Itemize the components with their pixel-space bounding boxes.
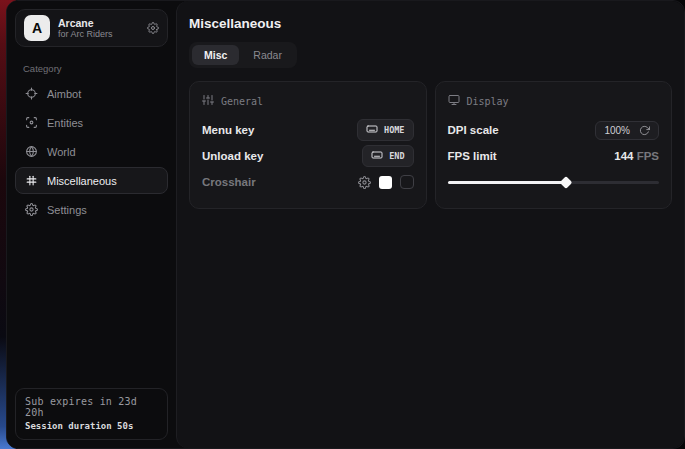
unload-key-value: END — [389, 151, 404, 161]
arcane-app-window: A Arcane for Arc Riders Category Aimbot — [6, 0, 685, 449]
display-card: Display DPI scale 100% FPS limit 144 FPS — [435, 81, 673, 209]
sidebar-item-label: Aimbot — [47, 88, 81, 100]
dpi-scale-select[interactable]: 100% — [595, 121, 659, 140]
dpi-scale-row: DPI scale 100% — [448, 118, 660, 142]
keyboard-icon — [366, 123, 378, 137]
sidebar-item-entities[interactable]: Entities — [15, 109, 168, 136]
refresh-icon — [639, 125, 650, 136]
category-label: Category — [23, 63, 168, 74]
dpi-scale-label: DPI scale — [448, 124, 499, 136]
crosshair-settings-gear-icon[interactable] — [358, 176, 371, 189]
unload-key-bind-button[interactable]: END — [362, 145, 413, 167]
sidebar-spacer — [15, 223, 168, 388]
sidebar-item-miscellaneous[interactable]: Miscellaneous — [15, 167, 168, 194]
unload-key-label: Unload key — [202, 150, 263, 162]
sub-expiry-text: Sub expires in 23d 20h — [25, 396, 158, 418]
gear-icon[interactable] — [147, 22, 159, 34]
app-logo: A — [24, 15, 50, 41]
sidebar-item-world[interactable]: World — [15, 138, 168, 165]
sidebar-nav: Aimbot Entities World Miscellaneous — [15, 80, 168, 223]
fps-limit-label: FPS limit — [448, 150, 497, 162]
crosshair-label: Crosshair — [202, 176, 256, 188]
fps-unit: FPS — [637, 150, 659, 162]
sidebar: A Arcane for Arc Riders Category Aimbot — [7, 1, 176, 448]
tabbar: Misc Radar — [189, 42, 297, 68]
sidebar-item-label: Miscellaneous — [47, 175, 117, 187]
brand-card: A Arcane for Arc Riders — [15, 9, 168, 47]
unload-key-row: Unload key END — [202, 144, 414, 168]
crosshair-controls — [358, 175, 414, 189]
sidebar-item-label: Entities — [47, 117, 83, 129]
general-card: General Menu key HOME Unload key — [189, 81, 427, 209]
subscription-info-card: Sub expires in 23d 20h Session duration … — [15, 388, 168, 440]
general-card-title: General — [221, 96, 263, 107]
sidebar-item-label: World — [47, 146, 76, 158]
crosshair-color-swatch[interactable] — [379, 176, 392, 189]
fps-slider-thumb[interactable] — [560, 176, 573, 189]
globe-icon — [25, 145, 38, 158]
tab-misc[interactable]: Misc — [192, 45, 239, 65]
sliders-icon — [202, 94, 214, 108]
crosshair-enable-checkbox[interactable] — [400, 175, 414, 189]
brand-text: Arcane for Arc Riders — [58, 17, 139, 39]
fps-slider-fill — [448, 181, 566, 184]
menu-key-bind-button[interactable]: HOME — [357, 119, 413, 141]
crosshair-icon — [25, 87, 38, 100]
fps-limit-value: 144 FPS — [614, 150, 659, 162]
sidebar-item-settings[interactable]: Settings — [15, 196, 168, 223]
fps-limit-row: FPS limit 144 FPS — [448, 144, 660, 168]
session-duration-text: Session duration 50s — [25, 421, 158, 431]
fps-limit-slider[interactable] — [448, 176, 660, 188]
display-card-header: Display — [448, 94, 660, 108]
monitor-icon — [448, 94, 460, 108]
display-card-title: Display — [467, 96, 509, 107]
crosshair-row: Crosshair — [202, 170, 414, 194]
dpi-scale-value: 100% — [604, 125, 630, 136]
sidebar-item-label: Settings — [47, 204, 87, 216]
fps-number: 144 — [614, 150, 633, 162]
hash-grid-icon — [25, 174, 38, 187]
menu-key-row: Menu key HOME — [202, 118, 414, 142]
app-title: Arcane — [58, 17, 139, 29]
menu-key-label: Menu key — [202, 124, 254, 136]
general-card-header: General — [202, 94, 414, 108]
tab-radar[interactable]: Radar — [241, 45, 294, 65]
scan-icon — [25, 116, 38, 129]
page-title: Miscellaneous — [189, 16, 672, 31]
main-panel: Miscellaneous Misc Radar General Menu ke… — [176, 1, 684, 448]
sidebar-item-aimbot[interactable]: Aimbot — [15, 80, 168, 107]
cards-row: General Menu key HOME Unload key — [189, 81, 672, 209]
app-subtitle: for Arc Riders — [58, 29, 139, 39]
menu-key-value: HOME — [384, 125, 404, 135]
gear-icon — [25, 203, 38, 216]
keyboard-icon — [371, 149, 383, 163]
